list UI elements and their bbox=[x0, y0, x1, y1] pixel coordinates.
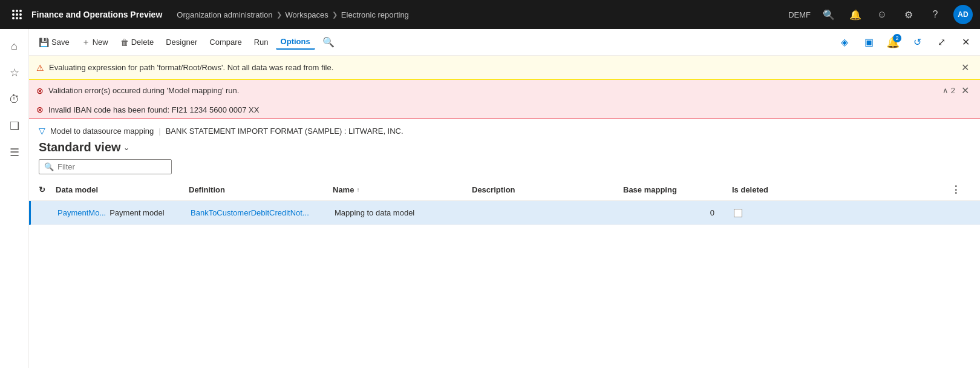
notification-badge: 2 bbox=[893, 34, 901, 42]
delete-icon: 🗑 bbox=[120, 38, 129, 47]
compare-button[interactable]: Compare bbox=[204, 35, 246, 49]
mapping-separator: | bbox=[158, 126, 160, 136]
definition-value: BankToCustomerDebitCreditNot... bbox=[191, 208, 309, 217]
data-model-short[interactable]: PaymentMo... bbox=[57, 208, 106, 217]
error-alert-2: ⊗ Invalid IBAN code has been found: FI21… bbox=[29, 101, 980, 118]
panel-icon-btn[interactable]: ▣ bbox=[859, 33, 878, 52]
warning-close-button[interactable]: ✕ bbox=[958, 61, 973, 74]
content-area: 💾 Save ＋ New 🗑 Delete Designer Compare R… bbox=[29, 29, 980, 368]
table-more-icon[interactable]: ⋮ bbox=[951, 184, 961, 196]
th-is-deleted[interactable]: Is deleted ⋮ bbox=[732, 184, 970, 196]
th-data-model[interactable]: Data model bbox=[56, 185, 189, 194]
breadcrumb-electronic-reporting[interactable]: Electronic reporting bbox=[341, 10, 409, 19]
error-icon-1: ⊗ bbox=[36, 86, 44, 96]
th-description-label: Description bbox=[472, 185, 515, 194]
close-icon-btn[interactable]: ✕ bbox=[956, 33, 975, 52]
th-definition-label: Definition bbox=[189, 185, 225, 194]
main-layout: ⌂ ☆ ⏱ ❑ ☰ 💾 Save ＋ New 🗑 Delete Designer bbox=[0, 29, 980, 368]
sync-icon-btn[interactable]: ↺ bbox=[907, 33, 927, 52]
refresh-col-icon: ↻ bbox=[39, 185, 45, 194]
th-description[interactable]: Description bbox=[472, 185, 623, 194]
breadcrumb-chevron-1: ❯ bbox=[276, 11, 282, 19]
app-grid-icon[interactable] bbox=[7, 5, 27, 24]
errors-close-button[interactable]: ✕ bbox=[958, 84, 973, 97]
th-definition[interactable]: Definition bbox=[189, 185, 333, 194]
save-button[interactable]: 💾 Save bbox=[34, 35, 74, 50]
user-avatar[interactable]: AD bbox=[953, 5, 973, 24]
filter-row: 🔍 bbox=[29, 159, 980, 179]
app-title: Finance and Operations Preview bbox=[31, 10, 162, 19]
new-icon: ＋ bbox=[82, 37, 90, 48]
top-nav-bar: Finance and Operations Preview Organizat… bbox=[0, 0, 980, 29]
th-name[interactable]: Name ↑ bbox=[333, 185, 472, 194]
bell-icon[interactable]: 🔔 bbox=[847, 6, 864, 23]
sidebar-item-list[interactable]: ☰ bbox=[2, 140, 27, 165]
filter-input[interactable] bbox=[57, 162, 166, 171]
sidebar: ⌂ ☆ ⏱ ❑ ☰ bbox=[0, 29, 29, 368]
breadcrumb: Organization administration ❯ Workspaces… bbox=[177, 10, 788, 19]
view-label[interactable]: Standard view bbox=[39, 140, 121, 154]
td-name: Mapping to data model bbox=[335, 208, 474, 217]
filter-input-container: 🔍 bbox=[39, 159, 172, 174]
search-nav-icon[interactable]: 🔍 bbox=[820, 6, 837, 23]
sidebar-item-star[interactable]: ☆ bbox=[2, 61, 27, 85]
error-nav-up[interactable]: ∧ bbox=[942, 86, 949, 95]
sidebar-item-home[interactable]: ⌂ bbox=[2, 34, 27, 58]
th-base-mapping[interactable]: Base mapping bbox=[623, 185, 732, 194]
mapping-bank-title: BANK STATEMENT IMPORT FORMAT (SAMPLE) : … bbox=[166, 126, 403, 136]
name-sort-icon: ↑ bbox=[356, 186, 359, 193]
palette-icon-btn[interactable]: ◈ bbox=[835, 33, 854, 52]
th-name-label: Name bbox=[333, 185, 354, 194]
th-refresh[interactable]: ↻ bbox=[39, 185, 56, 194]
toolbar: 💾 Save ＋ New 🗑 Delete Designer Compare R… bbox=[29, 29, 980, 56]
error-nav: ∧ 2 ✕ bbox=[942, 84, 973, 97]
error-count: 2 bbox=[951, 86, 955, 95]
notification-badge-btn[interactable]: 🔔 2 bbox=[883, 33, 903, 52]
breadcrumb-workspaces[interactable]: Workspaces bbox=[286, 10, 328, 19]
nav-right: DEMF 🔍 🔔 ☺ ⚙ ? AD bbox=[788, 5, 973, 24]
breadcrumb-chevron-2: ❯ bbox=[332, 11, 338, 19]
designer-button[interactable]: Designer bbox=[161, 35, 202, 49]
sidebar-item-bookmark[interactable]: ❑ bbox=[2, 114, 27, 138]
gear-icon[interactable]: ⚙ bbox=[900, 6, 917, 23]
td-data-model: PaymentMo... Payment model bbox=[57, 208, 191, 217]
th-base-mapping-label: Base mapping bbox=[623, 185, 677, 194]
data-model-full: Payment model bbox=[109, 208, 164, 217]
help-icon[interactable]: ? bbox=[927, 6, 944, 23]
warning-icon: ⚠ bbox=[36, 63, 44, 73]
error-alert-container: ⊗ Validation error(s) occured during 'Mo… bbox=[29, 80, 980, 119]
th-data-model-label: Data model bbox=[56, 185, 98, 194]
base-mapping-value: 0 bbox=[710, 208, 714, 217]
warning-text: Evaluating expression for path 'format/R… bbox=[49, 63, 333, 72]
name-value: Mapping to data model bbox=[335, 208, 414, 217]
data-table: ↻ Data model Definition Name ↑ Descripti… bbox=[29, 179, 980, 368]
run-button[interactable]: Run bbox=[249, 35, 273, 49]
toolbar-right-actions: ◈ ▣ 🔔 2 ↺ ⤢ ✕ bbox=[835, 33, 975, 52]
th-is-deleted-label: Is deleted bbox=[732, 185, 768, 194]
view-selector: Standard view ⌄ bbox=[29, 136, 980, 159]
options-button[interactable]: Options bbox=[276, 34, 315, 50]
mapping-header: ▽ Model to datasource mapping | BANK STA… bbox=[29, 119, 980, 136]
page-content: ▽ Model to datasource mapping | BANK STA… bbox=[29, 119, 980, 368]
filter-search-icon: 🔍 bbox=[44, 162, 54, 171]
breadcrumb-org-admin[interactable]: Organization administration bbox=[177, 10, 272, 19]
new-button[interactable]: ＋ New bbox=[77, 34, 113, 50]
env-label: DEMF bbox=[788, 10, 811, 19]
table-header: ↻ Data model Definition Name ↑ Descripti… bbox=[29, 179, 980, 201]
error-text-1: Validation error(s) occured during 'Mode… bbox=[48, 86, 239, 95]
smiley-icon[interactable]: ☺ bbox=[874, 6, 890, 23]
mapping-filter-icon[interactable]: ▽ bbox=[39, 126, 45, 136]
toolbar-search-icon[interactable]: 🔍 bbox=[322, 36, 335, 48]
td-is-deleted bbox=[734, 209, 970, 217]
mapping-breadcrumb-text: Model to datasource mapping bbox=[50, 126, 154, 136]
delete-button[interactable]: 🗑 Delete bbox=[116, 35, 159, 50]
warning-alert: ⚠ Evaluating expression for path 'format… bbox=[29, 56, 980, 80]
is-deleted-checkbox[interactable] bbox=[734, 209, 742, 217]
view-dropdown-icon[interactable]: ⌄ bbox=[123, 143, 129, 152]
sidebar-item-clock[interactable]: ⏱ bbox=[2, 87, 27, 111]
td-base-mapping: 0 bbox=[625, 208, 734, 217]
expand-icon-btn[interactable]: ⤢ bbox=[932, 33, 951, 52]
error-icon-2: ⊗ bbox=[36, 105, 44, 114]
error-text-2: Invalid IBAN code has been found: FI21 1… bbox=[48, 105, 259, 114]
table-row[interactable]: PaymentMo... Payment model BankToCustome… bbox=[29, 201, 980, 225]
